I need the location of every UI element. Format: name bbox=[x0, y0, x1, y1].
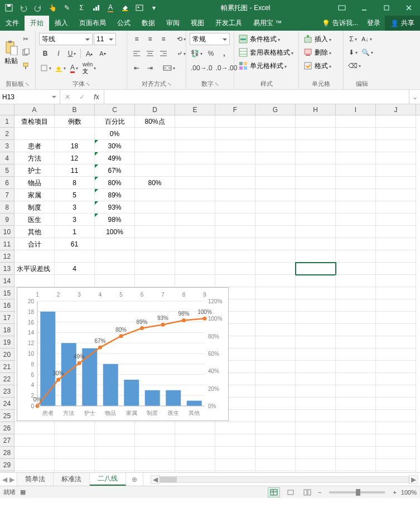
tab-formulas[interactable]: 公式 bbox=[112, 16, 136, 31]
cell-I7[interactable] bbox=[336, 189, 376, 201]
cell-C13[interactable] bbox=[95, 263, 135, 275]
sheet-nav[interactable]: ◀▶ bbox=[0, 473, 17, 486]
bold-button[interactable]: B bbox=[39, 47, 51, 60]
cell-D28[interactable] bbox=[135, 447, 175, 459]
col-header-D[interactable]: D bbox=[135, 104, 175, 115]
cell-D2[interactable] bbox=[135, 128, 175, 140]
cell-I25[interactable] bbox=[336, 410, 376, 422]
underline-button[interactable]: U bbox=[66, 47, 78, 60]
cell-G6[interactable] bbox=[255, 177, 296, 189]
cell-J29[interactable] bbox=[376, 459, 416, 471]
cell-I14[interactable] bbox=[336, 275, 376, 287]
col-header-H[interactable]: H bbox=[296, 104, 336, 115]
cell-I13[interactable] bbox=[336, 263, 376, 275]
picture-icon[interactable] bbox=[133, 1, 146, 14]
paste-button[interactable]: 粘贴 bbox=[3, 40, 18, 66]
row-header-12[interactable]: 12 bbox=[0, 250, 14, 263]
cell-C27[interactable] bbox=[95, 434, 135, 447]
hscroll-thumb[interactable] bbox=[160, 477, 177, 482]
tab-data[interactable]: 数据 bbox=[136, 16, 161, 31]
row-header-19[interactable]: 19 bbox=[0, 336, 14, 349]
cell-H27[interactable] bbox=[296, 434, 336, 447]
zoom-level[interactable]: 100% bbox=[401, 489, 417, 496]
cell-F1[interactable] bbox=[215, 115, 255, 128]
row-header-28[interactable]: 28 bbox=[0, 447, 14, 459]
cell-E6[interactable] bbox=[175, 177, 215, 189]
row-header-30[interactable]: 30 bbox=[0, 471, 14, 472]
tell-me[interactable]: 💡告诉我... bbox=[317, 16, 363, 31]
cell-B5[interactable]: 11 bbox=[55, 164, 95, 177]
cell-H10[interactable] bbox=[296, 226, 336, 238]
cell-G1[interactable] bbox=[255, 115, 296, 128]
delete-cells-button[interactable]: 删除 bbox=[302, 46, 332, 59]
cell-I9[interactable] bbox=[336, 214, 376, 226]
cell-D3[interactable] bbox=[135, 140, 175, 152]
expand-formula-bar[interactable]: ⌄ bbox=[409, 90, 420, 104]
cell-A12[interactable] bbox=[15, 250, 55, 263]
cell-E10[interactable] bbox=[175, 226, 215, 238]
cell-E11[interactable] bbox=[175, 238, 215, 250]
prev-sheet-icon[interactable]: ◀ bbox=[2, 476, 7, 483]
cell-A8[interactable]: 制度 bbox=[15, 201, 55, 214]
cell-E4[interactable] bbox=[175, 152, 215, 164]
tab-layout[interactable]: 页面布局 bbox=[74, 16, 112, 31]
macro-icon[interactable]: ▦ bbox=[20, 488, 26, 496]
formula-input[interactable] bbox=[108, 93, 405, 101]
cell-A29[interactable] bbox=[15, 459, 55, 471]
row-header-20[interactable]: 20 bbox=[0, 349, 14, 361]
cell-G11[interactable] bbox=[255, 238, 296, 250]
align-center-button[interactable] bbox=[144, 47, 156, 60]
cell-G26[interactable] bbox=[255, 422, 296, 434]
cell-G5[interactable] bbox=[255, 164, 296, 177]
cell-C6[interactable]: 80% bbox=[95, 177, 135, 189]
cell-D12[interactable] bbox=[135, 250, 175, 263]
align-right-button[interactable] bbox=[157, 47, 170, 60]
cell-C8[interactable]: 93% bbox=[95, 201, 135, 214]
shrink-font-button[interactable]: A▾ bbox=[96, 47, 109, 60]
cell-G22[interactable] bbox=[255, 373, 296, 385]
cell-A6[interactable]: 物品 bbox=[15, 177, 55, 189]
grow-font-button[interactable]: A▴ bbox=[83, 47, 95, 60]
cell-J9[interactable] bbox=[376, 214, 416, 226]
cell-G17[interactable] bbox=[255, 312, 296, 324]
cell-H2[interactable] bbox=[296, 128, 336, 140]
col-header-J[interactable]: J bbox=[376, 104, 416, 115]
cell-C3[interactable]: 30% bbox=[95, 140, 135, 152]
cell-C29[interactable] bbox=[95, 459, 135, 471]
fill-icon[interactable] bbox=[118, 1, 132, 14]
cell-H9[interactable] bbox=[296, 214, 336, 226]
cell-B7[interactable]: 5 bbox=[55, 189, 95, 201]
cell-F26[interactable] bbox=[215, 422, 255, 434]
cell-G3[interactable] bbox=[255, 140, 296, 152]
cell-H5[interactable] bbox=[296, 164, 336, 177]
row-header-5[interactable]: 5 bbox=[0, 164, 14, 177]
cell-A28[interactable] bbox=[15, 447, 55, 459]
number-format-select[interactable]: 常规 bbox=[190, 33, 230, 45]
cell-H23[interactable] bbox=[296, 385, 336, 398]
cell-H24[interactable] bbox=[296, 398, 336, 410]
tab-insert[interactable]: 插入 bbox=[49, 16, 74, 31]
maximize-icon[interactable] bbox=[375, 0, 398, 16]
minimize-icon[interactable] bbox=[353, 0, 375, 16]
cell-B27[interactable] bbox=[55, 434, 95, 447]
cell-E9[interactable] bbox=[175, 214, 215, 226]
cell-I17[interactable] bbox=[336, 312, 376, 324]
undo-icon[interactable] bbox=[17, 1, 30, 14]
cell-H13[interactable] bbox=[296, 263, 336, 275]
name-box[interactable] bbox=[0, 90, 60, 104]
next-sheet-icon[interactable]: ▶ bbox=[9, 476, 15, 483]
cell-I29[interactable] bbox=[336, 459, 376, 471]
cell-C1[interactable]: 百分比 bbox=[95, 115, 135, 128]
cell-G16[interactable] bbox=[255, 299, 296, 312]
cell-E29[interactable] bbox=[175, 459, 215, 471]
cell-H19[interactable] bbox=[296, 336, 336, 349]
formatpainter-button[interactable] bbox=[20, 60, 32, 72]
cell-B9[interactable]: 3 bbox=[55, 214, 95, 226]
cell-C26[interactable] bbox=[95, 422, 135, 434]
percent-button[interactable]: % bbox=[205, 47, 217, 60]
cell-A30[interactable] bbox=[15, 471, 55, 472]
sigma-icon[interactable]: Σ bbox=[75, 1, 88, 14]
touch-icon[interactable]: 👆 bbox=[46, 1, 59, 14]
sheet-tab-简单法[interactable]: 简单法 bbox=[17, 473, 54, 486]
cell-I8[interactable] bbox=[336, 201, 376, 214]
